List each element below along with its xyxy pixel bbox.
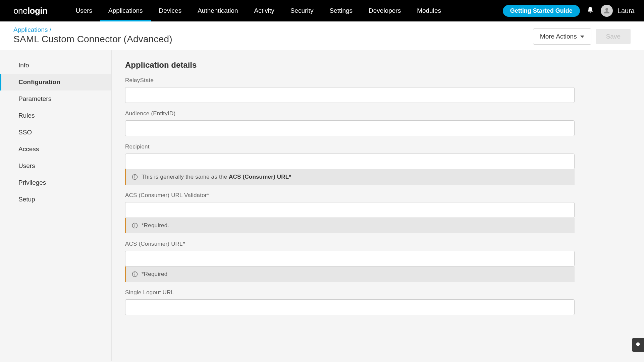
sidebar-item-info[interactable]: Info	[0, 57, 111, 74]
brand-part2: login	[28, 6, 48, 16]
nav-right: Getting Started Guide Laura	[503, 5, 638, 17]
sidebar-item-setup[interactable]: Setup	[0, 191, 111, 208]
nav-modules-label: Modules	[417, 7, 441, 14]
info-icon	[131, 222, 138, 229]
top-nav: onelogin Users Applications Devices Auth…	[0, 0, 644, 21]
primary-nav: Users Applications Devices Authenticatio…	[67, 0, 449, 21]
notifications-icon[interactable]	[587, 6, 594, 15]
field-label: RelayState	[125, 77, 575, 84]
recipient-input[interactable]	[125, 154, 575, 169]
section-title: Application details	[125, 60, 631, 70]
nav-devices[interactable]: Devices	[151, 0, 190, 21]
acs-url-input[interactable]	[125, 251, 575, 266]
hint-text: *Required	[142, 271, 167, 278]
nav-devices-label: Devices	[159, 7, 182, 14]
sidebar-item-users[interactable]: Users	[0, 158, 111, 174]
caret-down-icon	[580, 36, 584, 38]
nav-settings-label: Settings	[329, 7, 353, 14]
nav-activity[interactable]: Activity	[246, 0, 282, 21]
nav-developers[interactable]: Developers	[361, 0, 409, 21]
sidebar-item-label: Privileges	[18, 179, 46, 186]
page-body: Info Configuration Parameters Rules SSO …	[0, 50, 644, 361]
nav-users-label: Users	[75, 7, 92, 14]
lightbulb-icon	[635, 342, 641, 348]
hint-text: This is generally the same as the ACS (C…	[142, 174, 291, 180]
page-header-actions: More Actions Save	[533, 28, 631, 45]
field-label: Recipient	[125, 143, 575, 150]
field-label: ACS (Consumer) URL Validator*	[125, 192, 575, 199]
nav-developers-label: Developers	[369, 7, 401, 14]
sidebar-item-label: Info	[18, 62, 29, 69]
svg-point-8	[135, 273, 135, 273]
svg-point-5	[135, 224, 135, 224]
sidebar-item-privileges[interactable]: Privileges	[0, 174, 111, 191]
brand-logo[interactable]: onelogin	[13, 6, 47, 16]
nav-authentication[interactable]: Authentication	[190, 0, 246, 21]
field-relaystate: RelayState	[125, 77, 575, 103]
sidebar-item-sso[interactable]: SSO	[0, 124, 111, 141]
page-header-left: Applications / SAML Custom Connector (Ad…	[13, 26, 172, 45]
nav-settings[interactable]: Settings	[321, 0, 361, 21]
sidebar-item-access[interactable]: Access	[0, 141, 111, 158]
audience-input[interactable]	[125, 120, 575, 136]
nav-activity-label: Activity	[254, 7, 274, 14]
sidebar: Info Configuration Parameters Rules SSO …	[0, 50, 112, 361]
main-content: Application details RelayState Audience …	[112, 50, 644, 361]
acs-url-hint: *Required	[125, 266, 575, 282]
sidebar-item-label: Users	[18, 162, 35, 169]
field-acs-url: ACS (Consumer) URL*	[125, 241, 575, 266]
getting-started-button[interactable]: Getting Started Guide	[503, 5, 580, 17]
username-label: Laura	[618, 7, 638, 15]
field-label: Single Logout URL	[125, 289, 575, 296]
info-icon	[131, 271, 138, 278]
nav-applications[interactable]: Applications	[100, 0, 151, 21]
nav-security-label: Security	[290, 7, 314, 14]
nav-authentication-label: Authentication	[198, 7, 238, 14]
save-button[interactable]: Save	[596, 29, 631, 44]
sidebar-item-label: SSO	[18, 129, 32, 136]
sidebar-item-label: Parameters	[18, 95, 51, 102]
sidebar-item-rules[interactable]: Rules	[0, 107, 111, 124]
nav-modules[interactable]: Modules	[409, 0, 449, 21]
breadcrumb[interactable]: Applications /	[13, 26, 172, 34]
field-label: ACS (Consumer) URL*	[125, 241, 575, 247]
nav-security[interactable]: Security	[282, 0, 322, 21]
relaystate-input[interactable]	[125, 87, 575, 103]
sidebar-item-configuration[interactable]: Configuration	[0, 74, 111, 90]
acs-validator-hint: *Required.	[125, 218, 575, 233]
sidebar-item-label: Setup	[18, 196, 35, 203]
svg-point-2	[135, 175, 135, 176]
info-icon	[131, 174, 138, 180]
recipient-hint: This is generally the same as the ACS (C…	[125, 169, 575, 185]
help-fab[interactable]	[632, 338, 644, 352]
hint-prefix: This is generally the same as the	[142, 174, 229, 180]
field-recipient: Recipient	[125, 143, 575, 169]
user-menu[interactable]: Laura	[601, 5, 638, 17]
sidebar-item-label: Access	[18, 145, 39, 153]
avatar-icon	[601, 5, 613, 17]
field-label: Audience (EntityID)	[125, 110, 575, 117]
field-audience: Audience (EntityID)	[125, 110, 575, 136]
more-actions-button[interactable]: More Actions	[533, 28, 591, 45]
nav-users[interactable]: Users	[67, 0, 100, 21]
sidebar-item-label: Configuration	[18, 78, 60, 85]
acs-validator-input[interactable]	[125, 202, 575, 218]
slo-input[interactable]	[125, 299, 575, 315]
brand-part1: one	[13, 6, 28, 16]
page-title: SAML Custom Connector (Advanced)	[13, 34, 172, 45]
more-actions-label: More Actions	[540, 33, 577, 40]
page-header: Applications / SAML Custom Connector (Ad…	[0, 21, 644, 50]
hint-bold: ACS (Consumer) URL*	[229, 174, 291, 180]
field-slo: Single Logout URL	[125, 289, 575, 315]
field-acs-validator: ACS (Consumer) URL Validator*	[125, 192, 575, 218]
sidebar-item-label: Rules	[18, 112, 35, 119]
hint-text: *Required.	[142, 222, 169, 229]
sidebar-item-parameters[interactable]: Parameters	[0, 90, 111, 107]
nav-applications-label: Applications	[108, 7, 143, 14]
